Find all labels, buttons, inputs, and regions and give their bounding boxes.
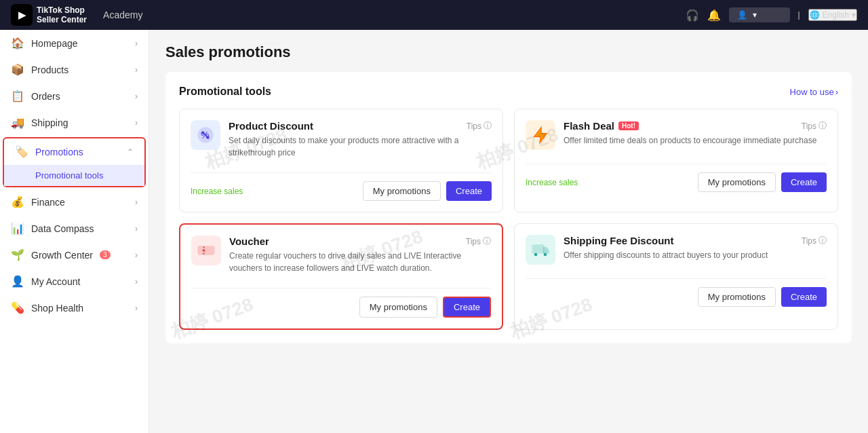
- logo[interactable]: ▶ TikTok Shop Seller Center: [11, 4, 87, 26]
- shipping-discount-create-button[interactable]: Create: [781, 287, 827, 307]
- voucher-card: Voucher Tips ⓘ Create regular vouchers t…: [179, 223, 503, 330]
- logo-text: TikTok Shop Seller Center: [37, 5, 87, 25]
- lang-chevron-icon: ▾: [852, 10, 856, 20]
- product-discount-desc: Set daily discounts to make your product…: [229, 134, 492, 159]
- home-icon: 🏠: [11, 37, 24, 50]
- flash-deal-desc: Offer limited time deals on products to …: [564, 134, 827, 147]
- shipping-discount-desc: Offer shipping discounts to attract buye…: [564, 249, 827, 261]
- data-compass-icon: 📊: [11, 222, 24, 235]
- promo-section-title: Promotional tools: [179, 86, 271, 98]
- voucher-tips: Tips ⓘ: [466, 236, 491, 247]
- orders-label: Orders: [31, 91, 60, 102]
- promotions-icon: 🏷️: [15, 145, 28, 158]
- flash-deal-icon: [526, 120, 555, 150]
- promotions-chevron-icon: ⌃: [127, 147, 134, 157]
- voucher-title: Voucher: [229, 236, 269, 247]
- user-avatar: 👤: [737, 10, 747, 20]
- nav-divider: |: [798, 10, 800, 20]
- shipping-icon: 🚚: [11, 116, 24, 129]
- nav-right: 🎧 🔔 👤 ▾ | 🌐 English ▾: [686, 7, 857, 22]
- product-discount-create-button[interactable]: Create: [446, 181, 492, 201]
- shop-health-label: Shop Health: [31, 303, 83, 314]
- info-icon-voucher: ⓘ: [483, 236, 491, 247]
- data-compass-chevron-icon: ›: [135, 224, 138, 233]
- sidebar-item-promotional-tools[interactable]: Promotional tools: [4, 165, 144, 186]
- homepage-chevron-icon: ›: [135, 39, 138, 48]
- sidebar-item-shop-health[interactable]: 💊 Shop Health ›: [0, 295, 149, 321]
- headset-icon[interactable]: 🎧: [686, 9, 699, 22]
- growth-center-label: Growth Center: [31, 250, 93, 261]
- finance-icon: 💰: [11, 195, 24, 208]
- product-discount-increase: Increase sales: [191, 187, 243, 196]
- sidebar-item-my-account[interactable]: 👤 My Account ›: [0, 268, 149, 295]
- product-discount-icon: %: [191, 120, 220, 150]
- my-account-icon: 👤: [11, 275, 24, 288]
- chevron-right-icon: ›: [835, 87, 838, 97]
- promo-card-grid: % Product Discount Tips ⓘ: [179, 109, 838, 330]
- data-compass-label: Data Compass: [31, 223, 94, 234]
- my-account-chevron-icon: ›: [135, 277, 138, 286]
- how-to-use-link[interactable]: How to use ›: [790, 87, 838, 97]
- shipping-discount-my-promos-button[interactable]: My promotions: [698, 287, 776, 307]
- sidebar-item-orders[interactable]: 📋 Orders ›: [0, 83, 149, 109]
- voucher-create-button[interactable]: Create: [443, 297, 491, 318]
- shipping-label: Shipping: [31, 117, 68, 128]
- language-button[interactable]: 🌐 English ▾: [808, 9, 857, 21]
- top-nav: ▶ TikTok Shop Seller Center Academy 🎧 🔔 …: [0, 0, 868, 30]
- growth-center-chevron-icon: ›: [135, 250, 138, 260]
- sidebar: 🏠 Homepage › 📦 Products › 📋 Orders › 🚚: [0, 30, 149, 433]
- homepage-label: Homepage: [31, 38, 78, 49]
- sidebar-item-promotions[interactable]: 🏷️ Promotions ⌃: [4, 138, 144, 165]
- shipping-discount-icon: [526, 235, 555, 265]
- shop-health-chevron-icon: ›: [135, 303, 138, 313]
- svg-point-7: [534, 253, 538, 257]
- main-content: Sales promotions Promotional tools How t…: [149, 30, 868, 433]
- products-icon: 📦: [11, 63, 24, 76]
- promo-section-header: Promotional tools How to use ›: [179, 86, 838, 98]
- svg-rect-3: [198, 246, 214, 255]
- sidebar-item-homepage[interactable]: 🏠 Homepage ›: [0, 30, 149, 56]
- sidebar-item-growth-center[interactable]: 🌱 Growth Center 3 ›: [0, 242, 149, 268]
- voucher-desc: Create regular vouchers to drive daily s…: [229, 250, 491, 274]
- info-icon-shipping: ⓘ: [818, 235, 827, 246]
- info-icon-flash: ⓘ: [818, 120, 827, 132]
- info-icon: ⓘ: [484, 120, 492, 132]
- finance-label: Finance: [31, 197, 65, 208]
- orders-icon: 📋: [11, 90, 24, 102]
- svg-marker-2: [534, 127, 547, 143]
- main-layout: 🏠 Homepage › 📦 Products › 📋 Orders › 🚚: [0, 30, 868, 433]
- language-label: English: [823, 10, 849, 20]
- user-button[interactable]: 👤 ▾: [729, 7, 790, 22]
- flash-deal-create-button[interactable]: Create: [781, 172, 827, 192]
- notification-icon[interactable]: 🔔: [707, 9, 721, 22]
- orders-chevron-icon: ›: [135, 92, 138, 101]
- product-discount-tips: Tips ⓘ: [467, 120, 492, 132]
- shop-health-icon: 💊: [11, 301, 24, 314]
- hot-badge: Hot!: [618, 121, 639, 130]
- growth-center-icon: 🌱: [11, 248, 24, 261]
- product-discount-my-promos-button[interactable]: My promotions: [363, 181, 441, 201]
- flash-deal-tips: Tips ⓘ: [802, 120, 827, 132]
- chevron-down-icon: ▾: [753, 10, 757, 20]
- promotions-label: Promotions: [35, 147, 83, 157]
- shipping-chevron-icon: ›: [135, 118, 138, 128]
- shipping-discount-title: Shipping Fee Discount: [564, 235, 674, 246]
- growth-center-badge: 3: [100, 250, 111, 259]
- flash-deal-my-promos-button[interactable]: My promotions: [698, 172, 776, 192]
- voucher-my-promos-button[interactable]: My promotions: [359, 297, 437, 318]
- products-chevron-icon: ›: [135, 65, 138, 75]
- logo-icon: ▶: [11, 4, 33, 26]
- sidebar-item-finance[interactable]: 💰 Finance ›: [0, 189, 149, 215]
- page-title: Sales promotions: [165, 43, 852, 61]
- sidebar-item-products[interactable]: 📦 Products ›: [0, 56, 149, 83]
- product-discount-title: Product Discount: [229, 120, 313, 132]
- voucher-icon: [191, 236, 221, 265]
- sidebar-item-data-compass[interactable]: 📊 Data Compass ›: [0, 215, 149, 242]
- academy-link[interactable]: Academy: [103, 10, 142, 20]
- globe-icon: 🌐: [810, 10, 820, 20]
- sidebar-item-shipping[interactable]: 🚚 Shipping ›: [0, 109, 149, 136]
- shipping-discount-tips: Tips ⓘ: [802, 235, 827, 246]
- finance-chevron-icon: ›: [135, 197, 138, 207]
- product-discount-card: % Product Discount Tips ⓘ: [179, 109, 503, 212]
- svg-rect-6: [532, 245, 543, 253]
